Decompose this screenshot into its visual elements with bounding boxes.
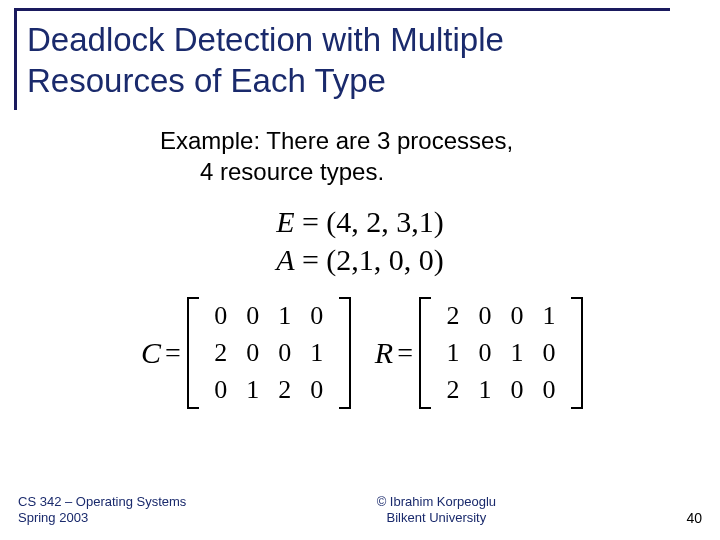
r-cell: 2 [446,375,459,405]
r-cell: 0 [542,338,555,368]
c-cell: 0 [246,338,259,368]
A-values: = (2,1, 0, 0) [294,243,443,276]
title-container: Deadlock Detection with Multiple Resourc… [14,8,670,110]
r-cell: 1 [542,301,555,331]
R-brackets: 2 0 0 1 1 0 1 0 2 1 0 0 [419,297,583,409]
title-line-1: Deadlock Detection with Multiple [27,21,504,58]
c-cell: 0 [214,375,227,405]
r-cell: 1 [446,338,459,368]
R-label: R [371,336,397,370]
c-cell: 0 [246,301,259,331]
example-line-2: 4 resource types. [200,158,384,185]
C-label: C [137,336,165,370]
c-cell: 1 [278,301,291,331]
matrix-C: 0 0 1 0 2 0 0 1 0 1 2 0 [199,297,339,409]
title-line-2: Resources of Each Type [27,62,386,99]
r-cell: 2 [446,301,459,331]
R-equals: = [397,337,419,369]
matrix-R-group: R = 2 0 0 1 1 0 1 0 2 1 0 0 [371,297,583,409]
bracket-right-icon [339,297,351,409]
r-cell: 1 [510,338,523,368]
course-code: CS 342 – Operating Systems [18,494,186,509]
E-values: = (4, 2, 3,1) [294,205,443,238]
bracket-left-icon [187,297,199,409]
A-label: A [276,243,294,276]
example-text: Example: There are 3 processes, 4 resour… [160,125,513,187]
r-cell: 0 [510,301,523,331]
copyright: © Ibrahim Korpeoglu [377,494,496,509]
C-equals: = [165,337,187,369]
bracket-left-icon [419,297,431,409]
c-cell: 0 [214,301,227,331]
university: Bilkent University [387,510,487,525]
matrices-row: C = 0 0 1 0 2 0 0 1 0 1 2 0 [0,297,720,409]
c-cell: 0 [310,375,323,405]
footer-left: CS 342 – Operating Systems Spring 2003 [18,494,186,527]
r-cell: 1 [478,375,491,405]
term: Spring 2003 [18,510,88,525]
vector-E: E = (4, 2, 3,1) [0,205,720,239]
slide-title: Deadlock Detection with Multiple Resourc… [27,19,670,102]
C-brackets: 0 0 1 0 2 0 0 1 0 1 2 0 [187,297,351,409]
matrix-C-group: C = 0 0 1 0 2 0 0 1 0 1 2 0 [137,297,351,409]
c-cell: 2 [214,338,227,368]
c-cell: 1 [310,338,323,368]
matrix-R: 2 0 0 1 1 0 1 0 2 1 0 0 [431,297,571,409]
E-label: E [276,205,294,238]
page-number: 40 [686,510,702,526]
r-cell: 0 [542,375,555,405]
c-cell: 2 [278,375,291,405]
c-cell: 0 [310,301,323,331]
footer-center: © Ibrahim Korpeoglu Bilkent University [377,494,496,527]
vector-A: A = (2,1, 0, 0) [0,243,720,277]
r-cell: 0 [510,375,523,405]
bracket-right-icon [571,297,583,409]
r-cell: 0 [478,338,491,368]
c-cell: 1 [246,375,259,405]
c-cell: 0 [278,338,291,368]
example-line-1: Example: There are 3 processes, [160,127,513,154]
footer: CS 342 – Operating Systems Spring 2003 ©… [18,494,702,527]
r-cell: 0 [478,301,491,331]
math-area: E = (4, 2, 3,1) A = (2,1, 0, 0) C = 0 0 … [0,205,720,409]
